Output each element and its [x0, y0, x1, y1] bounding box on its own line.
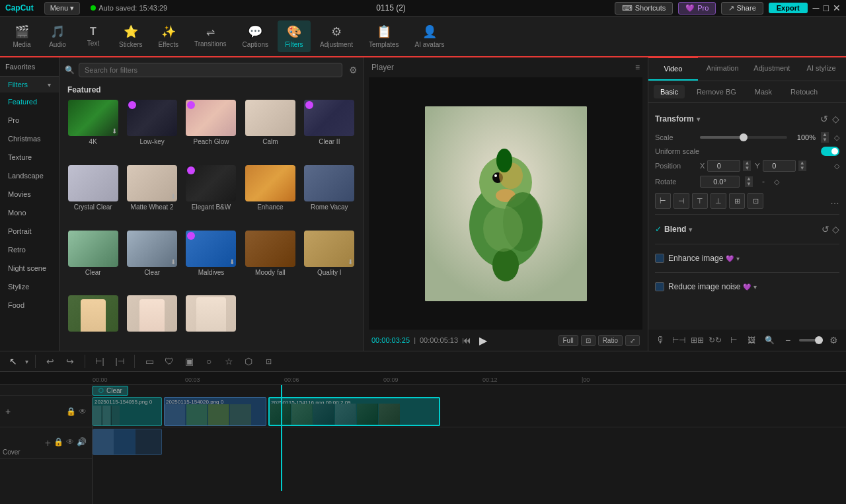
- y-down[interactable]: ▼: [798, 166, 806, 171]
- pro-button[interactable]: 💜 Pro: [678, 2, 716, 15]
- subtab-retouch[interactable]: Retouch: [784, 85, 824, 98]
- x-down[interactable]: ▼: [743, 166, 751, 171]
- more-align-button[interactable]: …: [830, 193, 839, 209]
- filter-item-clear4[interactable]: ⬇ Clear: [124, 231, 180, 293]
- filter-item-extra1[interactable]: [65, 295, 121, 351]
- reduce-noise-checkbox[interactable]: [655, 282, 664, 291]
- uniform-scale-toggle[interactable]: [821, 147, 839, 156]
- x-stepper[interactable]: ▲▼: [743, 161, 751, 171]
- cover-add-icon[interactable]: +: [45, 437, 51, 449]
- image-button[interactable]: 🖼: [744, 332, 758, 348]
- minimize-button[interactable]: ─: [813, 3, 820, 13]
- split-button[interactable]: ⊢⊣: [672, 332, 685, 348]
- sidebar-item-movies[interactable]: Movies: [0, 185, 59, 203]
- video-clip-1[interactable]: 20250115-154055.png 0: [93, 397, 162, 426]
- tab-adjustment[interactable]: Adjustment: [748, 57, 797, 81]
- picture-button[interactable]: ▣: [181, 353, 197, 369]
- duplicate-button[interactable]: ⊞⊞: [690, 332, 704, 348]
- toolbar-stickers[interactable]: ⭐ Stickers: [112, 20, 149, 52]
- sidebar-item-stylize[interactable]: Stylize: [0, 277, 59, 296]
- toolbar-text[interactable]: T Text: [77, 22, 110, 51]
- loop-button[interactable]: ↻↻: [708, 332, 722, 348]
- filter-item-clear2[interactable]: Clear II: [301, 100, 358, 162]
- align-center-v-button[interactable]: ⊞: [729, 193, 745, 209]
- filter-item-enhance[interactable]: Enhance: [242, 165, 298, 228]
- frame-back-icon[interactable]: ⏮: [462, 335, 471, 345]
- filter-item-4k[interactable]: ⬇ 4K: [65, 100, 121, 162]
- filter-options-icon[interactable]: ⚙: [349, 65, 358, 75]
- tool-dropdown[interactable]: ▾: [25, 358, 28, 365]
- full-button[interactable]: Full: [558, 335, 578, 346]
- settings-button[interactable]: ⚙: [827, 332, 841, 348]
- position-x-input[interactable]: [707, 160, 740, 172]
- toolbar-audio[interactable]: 🎵 Audio: [41, 20, 74, 52]
- rotate-keyframe-button[interactable]: ◇: [774, 178, 779, 186]
- sidebar-item-portrait[interactable]: Portrait: [0, 222, 59, 240]
- y-stepper[interactable]: ▲▼: [798, 161, 806, 171]
- filter-item-elegant[interactable]: Elegant B&W: [183, 165, 239, 228]
- maximize-button[interactable]: □: [824, 3, 829, 13]
- insert-button[interactable]: ⊢: [726, 332, 740, 348]
- toolbar-adjustment[interactable]: ⚙ Adjustment: [313, 20, 360, 52]
- sidebar-item-texture[interactable]: Texture: [0, 148, 59, 166]
- scale-keyframe-button[interactable]: ◇: [834, 133, 839, 142]
- toolbar-templates[interactable]: 📋 Templates: [362, 20, 406, 52]
- filter-item-crystal[interactable]: Crystal Clear: [65, 165, 121, 228]
- align-center-h-button[interactable]: ⊣: [673, 193, 689, 209]
- playhead[interactable]: [281, 385, 282, 491]
- subtab-basic[interactable]: Basic: [654, 85, 685, 98]
- sidebar-item-landscape[interactable]: Landscape: [0, 166, 59, 185]
- sidebar-item-food[interactable]: Food: [0, 296, 59, 314]
- sidebar-item-pro[interactable]: Pro: [0, 111, 59, 129]
- sidebar-item-christmas[interactable]: Christmas: [0, 129, 59, 148]
- reset-transform-button[interactable]: ↺: [820, 114, 828, 124]
- lower-clip-1[interactable]: [93, 429, 162, 455]
- sidebar-item-retro[interactable]: Retro: [0, 240, 59, 259]
- zoom-minus-button[interactable]: −: [781, 332, 794, 348]
- toolbar-media[interactable]: 🎬 Media: [5, 20, 38, 52]
- menu-button[interactable]: Menu ▾: [44, 2, 81, 15]
- play-button[interactable]: ▶: [475, 332, 491, 348]
- lock-icon[interactable]: 🔒: [66, 407, 76, 416]
- zoom-button[interactable]: ⊡: [581, 335, 596, 346]
- cover-lock-icon[interactable]: 🔒: [54, 437, 63, 449]
- toolbar-ai-avatars[interactable]: 👤 AI avatars: [408, 20, 451, 52]
- eye-icon[interactable]: 👁: [79, 407, 87, 416]
- select-tool-button[interactable]: ↖: [5, 353, 21, 369]
- align-left-button[interactable]: ⊢: [655, 193, 671, 209]
- filter-item-matte[interactable]: ⬇ Matte Wheat 2: [124, 165, 180, 228]
- keyframe-button[interactable]: ◇: [832, 114, 839, 124]
- video-clip-3[interactable]: 20250115-154116.png 00:00:2:09: [268, 397, 440, 426]
- align-top-button[interactable]: ⊥: [711, 193, 726, 209]
- shield-button[interactable]: 🛡: [161, 353, 177, 369]
- split-keep-left-button[interactable]: |⊣: [112, 353, 128, 369]
- align-right-button[interactable]: ⊤: [692, 193, 708, 209]
- rotate-down[interactable]: ▼: [745, 182, 753, 187]
- filter-item-clear3[interactable]: Clear: [65, 231, 121, 293]
- tab-animation[interactable]: Animation: [698, 57, 748, 81]
- filter-item-lowkey[interactable]: Low-key: [124, 100, 180, 162]
- filter-item-extra2[interactable]: [124, 295, 180, 351]
- sidebar-item-featured[interactable]: Featured: [0, 92, 59, 111]
- subtab-remove-bg[interactable]: Remove BG: [690, 85, 743, 98]
- cover-eye-icon[interactable]: 👁: [66, 437, 74, 449]
- toolbar-effects[interactable]: ✨ Effects: [152, 20, 185, 52]
- filter-item-quality[interactable]: ⬇ Quality I: [301, 231, 358, 293]
- zoom-slider[interactable]: [799, 339, 823, 342]
- scale-down-button[interactable]: ▼: [821, 137, 829, 143]
- toolbar-transitions[interactable]: ⇌ Transitions: [188, 22, 233, 52]
- filter-item-maldives[interactable]: ⬇ Maldives: [183, 231, 239, 293]
- filter-item-peach[interactable]: Peach Glow: [183, 100, 239, 162]
- video-clip-2[interactable]: 20250115-154020.png 0: [164, 397, 266, 426]
- scale-slider[interactable]: [700, 136, 787, 139]
- filter-item-calm[interactable]: Calm: [242, 100, 298, 162]
- track-add-button[interactable]: +: [5, 406, 11, 417]
- hexagon-button[interactable]: ⬡: [241, 353, 256, 369]
- redo-button[interactable]: ↪: [62, 353, 78, 369]
- scale-stepper[interactable]: ▲ ▼: [821, 132, 829, 143]
- search-input[interactable]: [79, 63, 342, 77]
- sidebar-item-mono[interactable]: Mono: [0, 203, 59, 222]
- share-button[interactable]: ↗ Share: [721, 2, 763, 15]
- filter-item-extra3[interactable]: [183, 295, 239, 351]
- filter-item-moody[interactable]: Moody fall: [242, 231, 298, 293]
